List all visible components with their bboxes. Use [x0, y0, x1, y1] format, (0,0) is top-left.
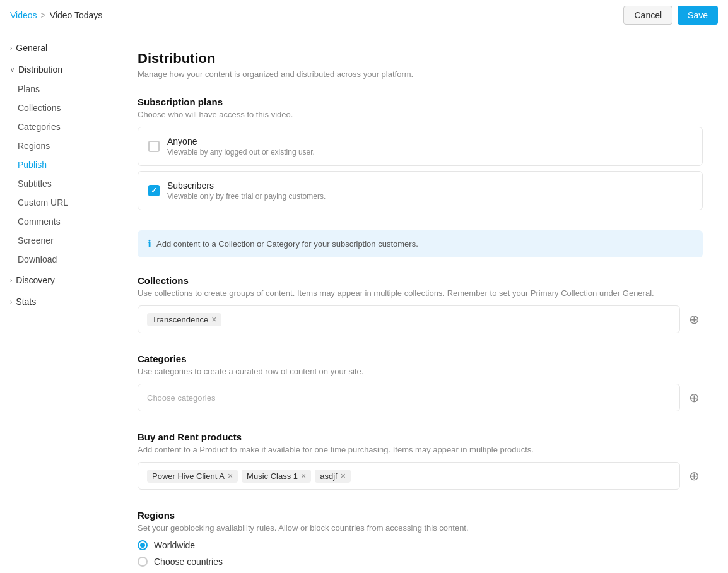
- tag-transcendence-label: Transcendence: [152, 315, 208, 324]
- sidebar-item-plans[interactable]: Plans: [0, 80, 112, 98]
- tag-power-hive-label: Power Hive Client A: [152, 471, 225, 481]
- buy-rent-title: Buy and Rent products: [138, 432, 703, 442]
- sidebar-item-subtitles[interactable]: Subtitles: [0, 174, 112, 193]
- tag-music-class-remove[interactable]: ×: [301, 471, 306, 480]
- buy-rent-input-row: Power Hive Client A × Music Class 1 × as…: [138, 462, 703, 490]
- subscribers-desc: Viewable only by free trial or paying cu…: [167, 192, 326, 201]
- breadcrumb-separator: >: [41, 10, 46, 20]
- radio-choose-countries-label: Choose countries: [154, 557, 223, 567]
- buy-rent-add-button[interactable]: ⊕: [685, 467, 703, 485]
- checkbox-subscribers[interactable]: [148, 185, 160, 196]
- tag-music-class: Music Class 1 ×: [242, 470, 311, 483]
- breadcrumb: Videos > Video Todays: [10, 10, 102, 20]
- info-banner: ℹ Add content to a Collection or Categor…: [138, 230, 703, 257]
- subscription-option-subscribers-text: Subscribers Viewable only by free trial …: [167, 180, 326, 201]
- sidebar-section-distribution: ∨ Distribution PlansCollectionsCategorie…: [0, 59, 112, 269]
- chevron-right-icon-discovery: ›: [10, 277, 12, 284]
- subscription-option-anyone[interactable]: Anyone Viewable by any logged out or exi…: [138, 127, 703, 166]
- regions-desc: Set your geoblocking availability rules.…: [138, 523, 703, 533]
- buy-rent-desc: Add content to a Product to make it avai…: [138, 445, 703, 454]
- chevron-right-icon: ›: [10, 45, 12, 52]
- subscription-option-anyone-text: Anyone Viewable by any logged out or exi…: [167, 136, 315, 157]
- save-button[interactable]: Save: [678, 6, 718, 25]
- tag-transcendence: Transcendence ×: [147, 313, 221, 326]
- collections-input-row: Transcendence × ⊕: [138, 305, 703, 333]
- collections-title: Collections: [138, 275, 703, 286]
- info-banner-text: Add content to a Collection or Category …: [156, 239, 418, 249]
- sidebar-item-collections[interactable]: Collections: [0, 98, 112, 117]
- main-content: Distribution Manage how your content is …: [112, 30, 728, 573]
- categories-add-button[interactable]: ⊕: [685, 389, 703, 406]
- topbar: Videos > Video Todays Cancel Save: [0, 0, 728, 30]
- tag-asdjf-label: asdjf: [320, 471, 337, 481]
- buy-rent-section: Buy and Rent products Add content to a P…: [138, 432, 703, 490]
- breadcrumb-parent[interactable]: Videos: [10, 10, 37, 20]
- sidebar-section-general: › General: [0, 38, 112, 58]
- subscribers-label: Subscribers: [167, 180, 326, 191]
- categories-tag-input[interactable]: Choose categories: [138, 384, 680, 411]
- tag-music-class-label: Music Class 1: [247, 471, 298, 481]
- topbar-actions: Cancel Save: [623, 6, 718, 25]
- sidebar-item-stats[interactable]: › Stats: [0, 292, 112, 312]
- anyone-label: Anyone: [167, 136, 315, 146]
- subscription-plans-title: Subscription plans: [138, 97, 703, 107]
- categories-input-row: Choose categories ⊕: [138, 384, 703, 411]
- subscription-plans-section: Subscription plans Choose who will have …: [138, 97, 703, 210]
- cancel-button[interactable]: Cancel: [623, 6, 672, 25]
- sidebar-item-publish[interactable]: Publish: [0, 155, 112, 174]
- sidebar-item-download[interactable]: Download: [0, 250, 112, 269]
- page-title: Distribution: [138, 50, 703, 67]
- sidebar-distribution-label: Distribution: [18, 64, 62, 74]
- subscription-option-subscribers[interactable]: Subscribers Viewable only by free trial …: [138, 171, 703, 210]
- sidebar-item-screener[interactable]: Screener: [0, 231, 112, 250]
- collections-section: Collections Use collections to create gr…: [138, 275, 703, 333]
- chevron-down-icon: ∨: [10, 66, 15, 73]
- sidebar-item-custom-url[interactable]: Custom URL: [0, 193, 112, 212]
- categories-placeholder: Choose categories: [147, 393, 215, 403]
- tag-asdjf-remove[interactable]: ×: [341, 471, 346, 480]
- sidebar-stats-label: Stats: [16, 297, 36, 307]
- sidebar-item-general[interactable]: › General: [0, 38, 112, 58]
- subscription-plans-desc: Choose who will have access to this vide…: [138, 110, 703, 119]
- regions-title: Regions: [138, 510, 703, 521]
- sidebar-item-distribution[interactable]: ∨ Distribution: [0, 59, 112, 80]
- collections-add-button[interactable]: ⊕: [685, 310, 703, 328]
- sidebar-item-categories[interactable]: Categories: [0, 117, 112, 136]
- tag-asdjf: asdjf ×: [315, 470, 351, 483]
- tag-power-hive: Power Hive Client A ×: [147, 470, 238, 483]
- sidebar-discovery-label: Discovery: [16, 275, 54, 285]
- info-icon: ℹ: [148, 238, 151, 250]
- region-option-worldwide[interactable]: Worldwide: [138, 540, 703, 550]
- layout: › General ∨ Distribution PlansCollection…: [0, 30, 728, 573]
- sidebar-section-discovery: › Discovery: [0, 270, 112, 290]
- anyone-desc: Viewable by any logged out or existing u…: [167, 148, 315, 157]
- sidebar-general-label: General: [16, 43, 47, 53]
- radio-worldwide-label: Worldwide: [154, 540, 195, 550]
- page-subtitle: Manage how your content is organized and…: [138, 69, 703, 79]
- categories-section: Categories Use categories to create a cu…: [138, 353, 703, 411]
- collections-desc: Use collections to create groups of cont…: [138, 288, 703, 298]
- sidebar-distribution-children: PlansCollectionsCategoriesRegionsPublish…: [0, 80, 112, 269]
- chevron-right-icon-stats: ›: [10, 298, 12, 305]
- radio-worldwide[interactable]: [138, 540, 148, 550]
- sidebar-item-discovery[interactable]: › Discovery: [0, 270, 112, 290]
- radio-choose-countries[interactable]: [138, 557, 148, 567]
- sidebar-section-stats: › Stats: [0, 292, 112, 312]
- categories-title: Categories: [138, 353, 703, 364]
- regions-section: Regions Set your geoblocking availabilit…: [138, 510, 703, 567]
- buy-rent-tag-input[interactable]: Power Hive Client A × Music Class 1 × as…: [138, 462, 680, 490]
- sidebar-item-regions[interactable]: Regions: [0, 136, 112, 155]
- tag-transcendence-remove[interactable]: ×: [211, 315, 216, 324]
- categories-desc: Use categories to create a curated row o…: [138, 367, 703, 376]
- sidebar: › General ∨ Distribution PlansCollection…: [0, 30, 112, 573]
- collections-tag-input[interactable]: Transcendence ×: [138, 305, 680, 333]
- sidebar-item-comments[interactable]: Comments: [0, 212, 112, 231]
- breadcrumb-current: Video Todays: [50, 10, 103, 20]
- tag-power-hive-remove[interactable]: ×: [228, 471, 233, 480]
- checkbox-anyone[interactable]: [148, 141, 160, 152]
- region-option-countries[interactable]: Choose countries: [138, 557, 703, 567]
